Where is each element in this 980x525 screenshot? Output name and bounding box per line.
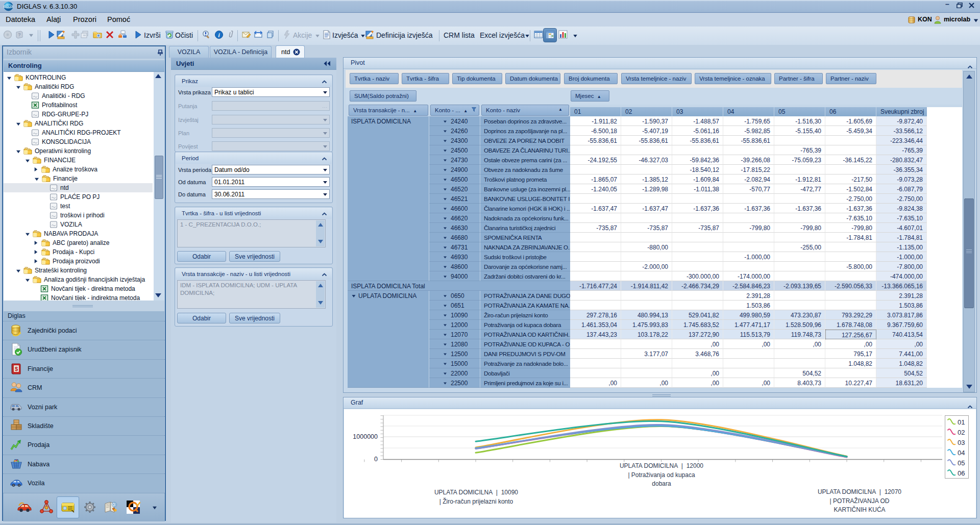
svg-text:DIGLAS: DIGLAS: [4, 5, 13, 8]
svg-text:?: ?: [18, 32, 21, 37]
svg-text:$: $: [15, 366, 18, 372]
